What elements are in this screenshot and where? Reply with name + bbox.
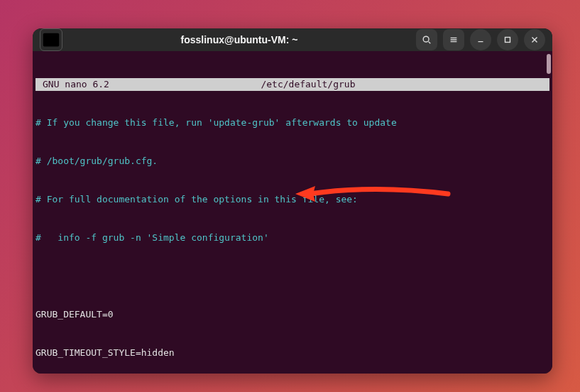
nano-app: GNU nano 6.2 (35, 78, 109, 91)
hamburger-icon (449, 35, 459, 45)
editor-line: GRUB_DEFAULT=0 (35, 308, 549, 321)
maximize-icon (503, 35, 513, 45)
svg-line-4 (429, 42, 431, 44)
minimize-icon (476, 35, 486, 45)
search-button[interactable] (416, 29, 437, 50)
svg-rect-0 (43, 33, 60, 47)
nano-header: GNU nano 6.2 /etc/default/grub (35, 78, 549, 91)
editor-line: # info -f grub -n 'Simple configuration' (35, 232, 549, 244)
menu-button[interactable] (443, 29, 464, 50)
editor-line: # For full documentation of the options … (35, 193, 549, 206)
maximize-button[interactable] (497, 29, 518, 50)
editor-line: # /boot/grub/grub.cfg. (35, 155, 549, 168)
terminal-body[interactable]: GNU nano 6.2 /etc/default/grub # If you … (33, 51, 552, 374)
titlebar: fosslinux@ubuntu-VM: ~ (33, 28, 552, 51)
search-icon (422, 35, 432, 45)
scrollbar[interactable] (547, 54, 551, 74)
minimize-button[interactable] (470, 29, 491, 50)
window-title: fosslinux@ubuntu-VM: ~ (68, 34, 410, 45)
editor-line: GRUB_TIMEOUT_STYLE=hidden (35, 347, 549, 359)
close-button[interactable] (524, 29, 545, 50)
close-icon (530, 35, 540, 45)
terminal-window: fosslinux@ubuntu-VM: ~ GNU nano 6.2 /etc… (33, 28, 552, 374)
svg-point-3 (423, 36, 429, 42)
editor-line (35, 270, 549, 283)
nano-file: /etc/default/grub (109, 78, 549, 91)
editor-line: # If you change this file, run 'update-g… (35, 116, 549, 129)
new-tab-icon (40, 29, 62, 50)
new-tab-button[interactable] (40, 28, 62, 51)
svg-rect-9 (505, 38, 510, 43)
